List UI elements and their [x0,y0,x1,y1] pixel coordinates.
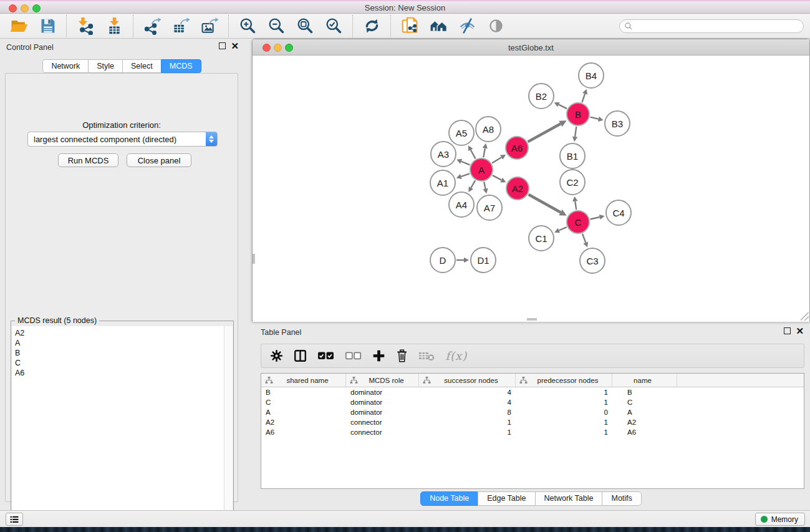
tab-style[interactable]: Style [88,59,123,73]
home-button[interactable] [428,16,448,36]
edge-B-B4[interactable] [582,89,587,102]
column-header-MCDS-role[interactable]: MCDS role [346,374,419,387]
search-input[interactable] [633,22,803,31]
node-A5[interactable]: A5 [448,120,475,146]
edge-A-A8[interactable] [483,143,488,158]
node-B4[interactable]: B4 [578,62,604,89]
run-mcds-button[interactable]: Run MCDS [58,153,118,167]
tab-node-table[interactable]: Node Table [420,491,478,506]
result-item[interactable]: A2 [12,328,224,338]
export-image-button[interactable] [200,16,219,36]
node-A4[interactable]: A4 [448,191,475,218]
node-A8[interactable]: A8 [475,116,501,142]
edge-A-A6[interactable] [492,155,506,163]
node-A[interactable]: A [470,158,493,181]
edge-D-D1[interactable] [456,258,469,263]
export-network-button[interactable] [142,16,162,36]
column-mode-button[interactable] [294,348,307,364]
select-all-button[interactable] [317,348,334,364]
node-A6[interactable]: A6 [505,136,529,160]
criterion-dropdown[interactable]: largest connected component (directed) [27,132,218,147]
node-C4[interactable]: C4 [605,200,632,226]
tab-motifs[interactable]: Motifs [602,491,641,506]
result-scrollbar[interactable] [224,326,233,532]
node-A3[interactable]: A3 [430,141,456,167]
delete-column-button[interactable] [396,348,408,364]
memory-button[interactable]: Memory [755,513,805,526]
tab-network-table[interactable]: Network Table [535,491,603,506]
node-C1[interactable]: C1 [528,225,554,251]
deselect-all-button[interactable] [345,348,362,364]
add-column-button[interactable] [372,348,385,364]
duplicate-network-button[interactable] [400,16,420,36]
node-C[interactable]: C [566,210,590,234]
save-session-button[interactable] [37,16,57,36]
tab-mcds[interactable]: MCDS [161,59,201,73]
close-panel-icon[interactable]: ✕ [231,42,239,49]
float-table-panel-icon[interactable] [784,327,791,334]
network-canvas[interactable]: AA6A2BCA5A8A3A1A4A7B2B4B3B1C2C4C1C3DD1 [253,56,809,322]
import-table-button[interactable] [104,16,124,36]
table-row[interactable]: Bdominator41B [261,387,804,397]
column-header-predecessor-nodes[interactable]: predecessor nodes [516,374,612,387]
edge-C-C2[interactable] [572,196,577,210]
table-row[interactable]: Adominator80A [261,407,804,417]
zoom-fit-button[interactable] [295,16,315,36]
delete-table-button[interactable] [418,348,435,364]
task-history-button[interactable] [6,513,23,526]
node-B[interactable]: B [566,102,590,126]
result-item[interactable]: B [12,348,224,358]
edge-C-C3[interactable] [582,234,588,248]
export-table-button[interactable] [171,16,191,36]
edge-A-A1[interactable] [456,173,470,179]
node-A7[interactable]: A7 [476,195,503,221]
column-header-name[interactable]: name [612,374,677,387]
zoom-selected-button[interactable] [324,16,344,36]
edge-B-B2[interactable] [554,102,567,109]
table-row[interactable]: A2connector11A2 [261,417,804,427]
edge-C-C4[interactable] [590,215,604,220]
node-A2[interactable]: A2 [506,177,529,200]
show-details-button[interactable] [486,16,506,36]
edge-A-A3[interactable] [456,159,470,165]
zoom-out-button[interactable] [266,16,286,36]
close-table-panel-icon[interactable]: ✕ [796,327,804,334]
hide-details-button[interactable] [457,16,477,36]
result-item[interactable]: A [12,338,224,348]
edge-C-C1[interactable] [554,227,567,233]
fx-button[interactable]: f(x) [445,348,467,364]
close-panel-button[interactable]: Close panel [127,153,191,167]
canvas-hscroll-nub[interactable] [527,318,537,321]
edge-B-B1[interactable] [572,127,577,142]
node-B3[interactable]: B3 [604,110,630,137]
edge-A-A2[interactable] [493,175,506,182]
canvas-vscroll-nub[interactable] [253,254,255,264]
node-C2[interactable]: C2 [559,169,586,195]
open-session-button[interactable] [9,16,29,36]
edge-B-B3[interactable] [590,117,603,122]
zoom-in-button[interactable] [238,16,258,36]
result-item[interactable]: A6 [12,368,224,378]
edge-A6-B[interactable] [528,120,567,142]
table-row[interactable]: A6connector11A6 [261,427,804,437]
node-B1[interactable]: B1 [559,143,586,169]
node-C3[interactable]: C3 [579,248,605,274]
column-header-shared-name[interactable]: shared name [261,374,346,387]
column-header-successor-nodes[interactable]: successor nodes [419,374,516,387]
node-A1[interactable]: A1 [430,170,456,196]
result-item[interactable]: C [12,358,224,368]
resize-grip[interactable] [801,312,809,321]
float-panel-icon[interactable] [219,42,226,49]
table-row[interactable]: Cdominator41C [261,397,804,407]
node-D1[interactable]: D1 [470,247,496,273]
search-field[interactable] [619,19,804,33]
edge-A-A7[interactable] [483,182,488,194]
edge-A-A5[interactable] [468,145,475,158]
node-D[interactable]: D [430,247,456,273]
refresh-button[interactable] [362,16,382,36]
edge-A2-C[interactable] [528,195,566,216]
tab-select[interactable]: Select [122,59,162,73]
tab-edge-table[interactable]: Edge Table [478,491,535,506]
gear-button[interactable] [270,348,283,364]
tab-network[interactable]: Network [42,59,89,73]
